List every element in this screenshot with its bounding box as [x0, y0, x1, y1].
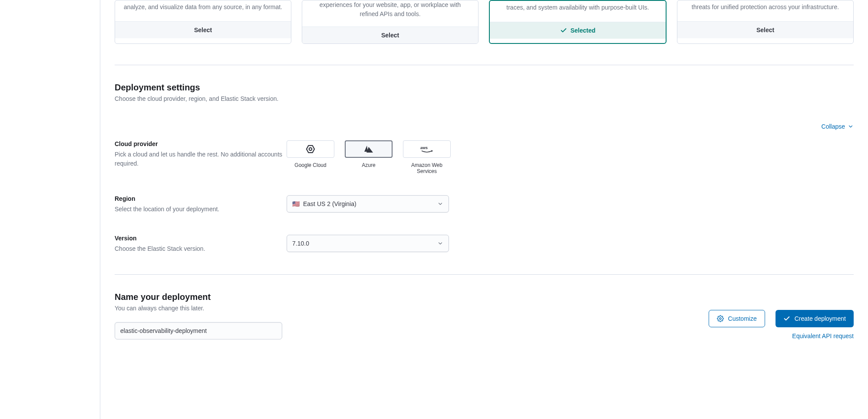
gear-icon: [717, 315, 724, 322]
sidebar-placeholder: [0, 0, 100, 419]
name-subtitle: You can always change this later.: [115, 305, 282, 312]
aws-icon: aws: [420, 145, 433, 153]
collapse-text: Collapse: [822, 123, 845, 130]
provider-azure-selected[interactable]: Azure: [345, 140, 393, 174]
provider-aws[interactable]: aws Amazon Web Services: [403, 140, 451, 174]
collapse-link[interactable]: Collapse: [822, 123, 854, 130]
provider-name: Google Cloud: [294, 162, 326, 168]
main-content: analyze, and visualize data from any sou…: [100, 0, 868, 419]
chevron-down-icon: [437, 240, 443, 246]
version-desc: Choose the Elastic Stack version.: [115, 244, 287, 253]
selected-label: Selected: [571, 27, 596, 34]
check-icon: [560, 27, 567, 34]
name-footer-row: Name your deployment You can always chan…: [115, 275, 854, 339]
create-label: Create deployment: [795, 315, 846, 322]
select-button[interactable]: Select: [115, 21, 291, 38]
select-button[interactable]: Select: [302, 27, 478, 43]
selected-button[interactable]: Selected: [490, 22, 666, 39]
cloud-provider-row: Cloud provider Pick a cloud and let us h…: [115, 140, 854, 174]
svg-point-2: [719, 318, 721, 319]
card-desc: threats for unified protection across yo…: [677, 0, 853, 21]
customize-label: Customize: [728, 315, 757, 322]
footer-right: Customize Create deployment Equivalent A…: [709, 310, 854, 339]
solution-card-3[interactable]: threats for unified protection across yo…: [677, 0, 854, 44]
section-title: Deployment settings: [115, 83, 854, 93]
customize-button[interactable]: Customize: [709, 310, 765, 327]
azure-icon: [363, 145, 374, 153]
region-desc: Select the location of your deployment.: [115, 205, 287, 214]
create-deployment-button[interactable]: Create deployment: [776, 310, 854, 327]
name-title: Name your deployment: [115, 292, 282, 302]
solution-card-0[interactable]: analyze, and visualize data from any sou…: [115, 0, 291, 44]
version-value: 7.10.0: [292, 240, 309, 247]
region-dropdown[interactable]: 🇺🇸 East US 2 (Virginia): [287, 195, 449, 213]
deployment-settings-header: Deployment settings Choose the cloud pro…: [115, 65, 854, 102]
version-control: 7.10.0: [287, 235, 854, 252]
solution-card-1[interactable]: experiences for your website, app, or wo…: [302, 0, 479, 44]
solution-cards-row: analyze, and visualize data from any sou…: [115, 0, 854, 44]
equivalent-api-link[interactable]: Equivalent API request: [792, 333, 854, 339]
region-control: 🇺🇸 East US 2 (Virginia): [287, 195, 854, 213]
cloud-provider-desc: Pick a cloud and let us handle the rest.…: [115, 150, 287, 168]
setting-label: Cloud provider Pick a cloud and let us h…: [115, 140, 287, 168]
solution-card-2-selected[interactable]: traces, and system availability with pur…: [489, 0, 667, 44]
region-value: 🇺🇸 East US 2 (Virginia): [292, 200, 356, 207]
provider-control: Google Cloud Azure aws Amazon Web Servic…: [287, 140, 854, 174]
version-row: Version Choose the Elastic Stack version…: [115, 235, 854, 253]
us-flag-icon: 🇺🇸: [292, 200, 300, 207]
gcp-icon-box: [287, 140, 334, 158]
chevron-down-icon: [848, 123, 854, 130]
version-title: Version: [115, 235, 287, 242]
gcp-icon: [306, 145, 315, 153]
provider-gcp[interactable]: Google Cloud: [287, 140, 334, 174]
card-desc: traces, and system availability with pur…: [490, 1, 666, 22]
section-subtitle: Choose the cloud provider, region, and E…: [115, 95, 854, 102]
card-desc: experiences for your website, app, or wo…: [302, 0, 478, 27]
check-icon: [783, 315, 790, 322]
region-title: Region: [115, 195, 287, 202]
provider-name: Azure: [362, 162, 375, 168]
provider-buttons: Google Cloud Azure aws Amazon Web Servic…: [287, 140, 854, 174]
setting-label: Version Choose the Elastic Stack version…: [115, 235, 287, 253]
setting-label: Region Select the location of your deplo…: [115, 195, 287, 214]
region-row: Region Select the location of your deplo…: [115, 195, 854, 214]
provider-name: Amazon Web Services: [403, 162, 451, 174]
collapse-row: Collapse: [115, 123, 854, 130]
azure-icon-box: [345, 140, 393, 158]
aws-icon-box: aws: [403, 140, 451, 158]
name-section: Name your deployment You can always chan…: [115, 275, 282, 339]
deployment-name-input[interactable]: [115, 322, 282, 339]
select-button[interactable]: Select: [677, 21, 853, 38]
version-dropdown[interactable]: 7.10.0: [287, 235, 449, 252]
region-text: East US 2 (Virginia): [303, 200, 356, 207]
footer-buttons: Customize Create deployment: [709, 310, 854, 327]
svg-text:aws: aws: [420, 146, 428, 150]
chevron-down-icon: [437, 201, 443, 207]
card-desc: analyze, and visualize data from any sou…: [115, 0, 291, 21]
cloud-provider-title: Cloud provider: [115, 140, 287, 147]
svg-point-0: [309, 148, 312, 150]
